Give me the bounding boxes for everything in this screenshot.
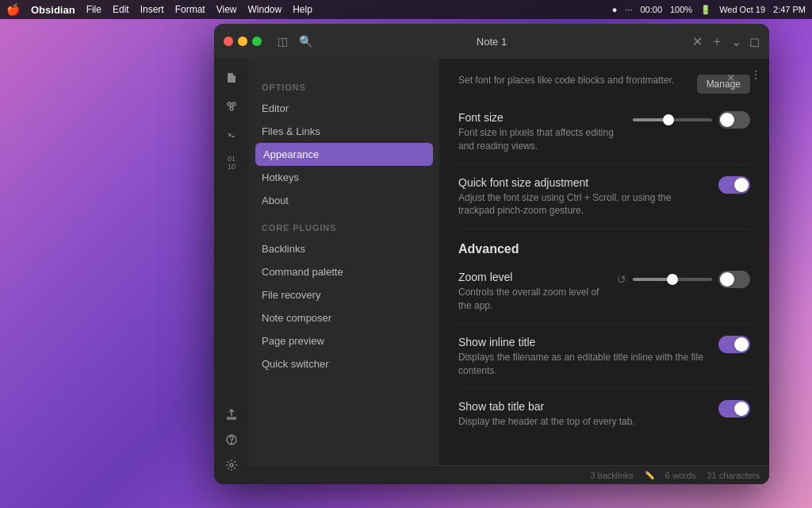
menubar-battery-pct: 100% — [670, 5, 692, 14]
main-layout: 0110 Options Editor Files & Links Appear… — [214, 59, 769, 484]
sidebar-item-terminal[interactable] — [219, 122, 244, 148]
font-size-label: Font size — [458, 111, 620, 124]
font-section-desc: Set font for places like code blocks and… — [458, 75, 674, 86]
sidebar-item-appearance[interactable]: Appearance — [255, 143, 433, 166]
sidebar-item-backlinks[interactable]: Backlinks — [249, 237, 439, 260]
menubar: 🍎 Obsidian File Edit Insert Format View … — [0, 0, 812, 19]
word-count: 6 words — [665, 471, 696, 480]
status-bar: 3 backlinks ✏️ 6 words 31 characters — [249, 465, 769, 484]
sidebar-item-publish[interactable] — [219, 402, 244, 427]
maximize-button[interactable] — [252, 37, 262, 46]
svg-point-8 — [232, 443, 232, 444]
char-count: 31 characters — [707, 471, 760, 480]
menubar-time-counter: 00:00 — [640, 5, 662, 14]
sidebar-item-editor[interactable]: Editor — [249, 97, 439, 120]
font-size-slider-thumb[interactable] — [663, 114, 674, 125]
show-tab-title-toggle[interactable] — [718, 400, 750, 418]
quick-font-size-toggle-knob — [734, 178, 749, 192]
sidebar-item-code[interactable]: 0110 — [219, 151, 244, 176]
options-section-label: Options — [249, 83, 439, 92]
show-inline-title-row: Show inline title Displays the filename … — [458, 325, 750, 390]
sidebar-item-settings[interactable] — [219, 452, 244, 478]
font-section-intro: Set font for places like code blocks and… — [458, 75, 750, 94]
traffic-lights — [224, 37, 262, 46]
window-title: Note 1 — [477, 36, 507, 48]
settings-more-button[interactable]: ⋮ — [750, 68, 761, 81]
new-tab-icon[interactable]: ＋ — [710, 33, 723, 50]
zoom-toggle-knob — [720, 272, 734, 287]
font-size-slider-track[interactable] — [633, 118, 712, 121]
sidebar-item-about[interactable]: About — [249, 189, 439, 212]
menubar-dots: ··· — [625, 5, 632, 14]
sidebar-item-quick-switcher[interactable]: Quick switcher — [249, 352, 439, 375]
quick-font-size-desc: Adjust the font size using Ctrl + Scroll… — [458, 191, 706, 218]
show-inline-title-toggle[interactable] — [718, 336, 750, 353]
sidebar-item-help[interactable] — [219, 427, 244, 452]
show-inline-title-label: Show inline title — [458, 336, 706, 348]
svg-point-1 — [232, 102, 236, 106]
menubar-help[interactable]: Help — [293, 4, 312, 15]
quick-font-size-toggle[interactable] — [718, 176, 750, 194]
zoom-toggle[interactable] — [718, 271, 750, 288]
font-size-toggle[interactable] — [718, 111, 750, 129]
close-tab-icon[interactable]: ✕ — [692, 34, 703, 49]
menubar-app-name[interactable]: Obsidian — [31, 4, 75, 16]
zoom-slider-track[interactable] — [633, 278, 712, 281]
svg-point-0 — [228, 102, 231, 106]
zoom-slider-thumb[interactable] — [667, 274, 678, 285]
icon-sidebar-bottom — [219, 402, 244, 478]
core-plugins-section-label: Core plugins — [249, 223, 439, 233]
menubar-insert[interactable]: Insert — [140, 4, 164, 15]
show-inline-title-desc: Displays the filename as an editable tit… — [458, 351, 706, 378]
obsidian-window: ◫ 🔍 Note 1 ✕ ＋ ⌄ ◻ 0110 — [214, 24, 769, 484]
search-icon[interactable]: 🔍 — [299, 35, 312, 48]
sidebar-toggle-icon[interactable]: ◫ — [278, 35, 288, 48]
zoom-level-row: Zoom level Controls the overall zoom lev… — [458, 260, 750, 325]
menubar-record: ● — [612, 5, 618, 14]
settings-close-button[interactable]: ✕ — [722, 68, 741, 87]
sidebar-item-file-recovery[interactable]: File recovery — [249, 283, 439, 306]
zoom-slider-container — [633, 278, 712, 281]
show-tab-title-toggle-knob — [734, 402, 749, 416]
menubar-battery-icon: 🔋 — [700, 5, 711, 15]
minimize-button[interactable] — [238, 37, 247, 46]
sidebar-item-files[interactable] — [219, 65, 244, 90]
split-view-icon[interactable]: ◻ — [749, 34, 760, 49]
quick-font-size-row: Quick font size adjustment Adjust the fo… — [458, 165, 750, 230]
settings-content: ✕ ⋮ Set font for places like code blocks… — [439, 59, 769, 484]
font-size-toggle-knob — [720, 113, 734, 127]
close-button[interactable] — [224, 37, 233, 46]
svg-point-9 — [230, 464, 233, 467]
sidebar-item-page-preview[interactable]: Page preview — [249, 329, 439, 352]
menubar-format[interactable]: Format — [175, 4, 205, 15]
font-size-desc: Font size in pixels that affects editing… — [458, 126, 620, 153]
menubar-view[interactable]: View — [216, 4, 237, 15]
chevron-down-icon[interactable]: ⌄ — [731, 34, 741, 49]
menubar-date: Wed Oct 19 — [719, 5, 765, 14]
apple-menu[interactable]: 🍎 — [6, 3, 20, 16]
zoom-level-label: Zoom level — [458, 271, 604, 283]
menubar-file[interactable]: File — [86, 4, 102, 15]
sidebar-item-command-palette[interactable]: Command palette — [249, 260, 439, 283]
sidebar-item-note-composer[interactable]: Note composer — [249, 306, 439, 329]
edit-icon: ✏️ — [645, 471, 654, 479]
menubar-edit[interactable]: Edit — [113, 4, 129, 15]
sidebar-item-graph[interactable] — [219, 94, 244, 119]
show-inline-title-toggle-knob — [734, 337, 749, 352]
show-tab-title-row: Show tab title bar Display the header at… — [458, 389, 750, 441]
font-size-row: Font size Font size in pixels that affec… — [458, 100, 750, 165]
window-titlebar: ◫ 🔍 Note 1 ✕ ＋ ⌄ ◻ — [214, 24, 769, 59]
show-tab-title-label: Show tab title bar — [458, 400, 706, 413]
svg-line-5 — [232, 106, 233, 107]
menubar-window[interactable]: Window — [247, 4, 282, 15]
advanced-section-header: Advanced — [458, 242, 750, 256]
sidebar-item-files-links[interactable]: Files & Links — [249, 120, 439, 143]
sidebar-item-hotkeys[interactable]: Hotkeys — [249, 166, 439, 189]
settings-sidebar: Options Editor Files & Links Appearance … — [249, 59, 439, 484]
zoom-level-desc: Controls the overall zoom level of the a… — [458, 286, 604, 313]
svg-point-2 — [230, 107, 233, 110]
backlinks-count[interactable]: 3 backlinks — [590, 471, 633, 480]
font-size-slider-container — [633, 118, 712, 121]
zoom-reset-icon[interactable]: ↺ — [617, 273, 626, 286]
show-tab-title-desc: Display the header at the top of every t… — [458, 415, 706, 429]
